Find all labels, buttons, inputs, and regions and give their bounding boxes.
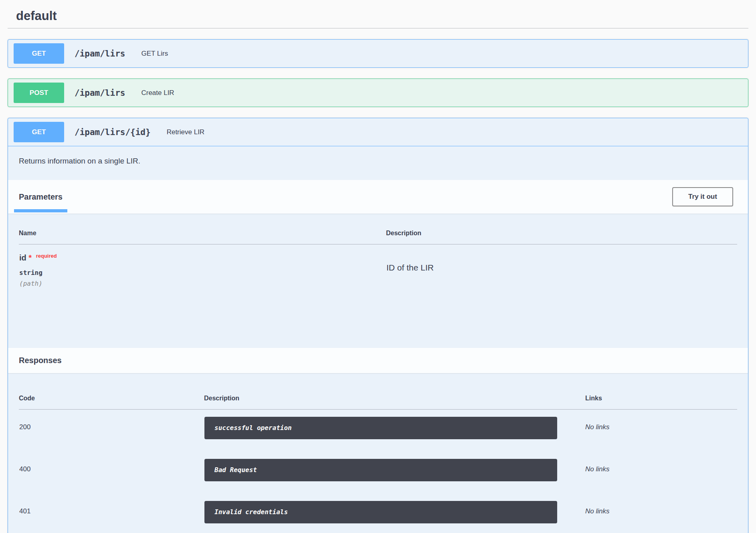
opblock-post-lirs: POST /ipam/lirs Create LIR bbox=[8, 79, 748, 107]
parameter-name-cell: id * required string (path) bbox=[19, 244, 386, 288]
opblock-summary-get-lir-by-id[interactable]: GET /ipam/lirs/{id} Retrieve LIR bbox=[8, 118, 748, 146]
response-description-cell: Bad Request bbox=[204, 452, 558, 494]
method-badge-get: GET bbox=[14, 122, 64, 142]
response-links: No links bbox=[558, 410, 737, 452]
parameter-row-id: id * required string (path) ID of the LI… bbox=[19, 244, 737, 288]
operation-path: /ipam/lirs bbox=[75, 88, 125, 98]
method-badge-get: GET bbox=[14, 43, 64, 64]
responses-links-header: Links bbox=[558, 389, 737, 410]
parameters-tab-label: Parameters bbox=[19, 192, 63, 202]
swagger-tag-section: default GET /ipam/lirs GET Lirs POST /ip… bbox=[0, 0, 756, 533]
tag-divider bbox=[8, 28, 748, 28]
operation-path: /ipam/lirs bbox=[75, 49, 125, 59]
response-row-400: 400 Bad Request No links bbox=[19, 452, 737, 494]
operation-description: Returns information on a single LIR. bbox=[8, 146, 748, 180]
response-description-cell: Invalid credentials bbox=[204, 494, 558, 533]
parameters-description-header: Description bbox=[386, 224, 737, 244]
parameter-name: id * required bbox=[19, 253, 386, 262]
parameter-description: ID of the LIR bbox=[386, 253, 737, 273]
response-code: 400 bbox=[19, 452, 204, 494]
responses-table-header-row: Code Description Links bbox=[19, 389, 737, 410]
response-description-panel: successful operation bbox=[204, 417, 557, 439]
response-description-cell: successful operation bbox=[204, 410, 558, 452]
required-asterisk: * bbox=[28, 253, 32, 262]
parameter-description-cell: ID of the LIR bbox=[386, 244, 737, 288]
opblock-get-lir-by-id: GET /ipam/lirs/{id} Retrieve LIR Returns… bbox=[8, 118, 748, 533]
responses-title: Responses bbox=[19, 356, 737, 365]
parameters-table: Name Description id * required bbox=[19, 224, 737, 288]
tab-parameters[interactable]: Parameters bbox=[14, 180, 67, 214]
required-label: required bbox=[36, 253, 57, 259]
tag-title: default bbox=[8, 0, 748, 28]
parameters-section-header: Parameters Try it out bbox=[8, 180, 748, 214]
parameters-name-header: Name bbox=[19, 224, 386, 244]
operation-path: /ipam/lirs/{id} bbox=[75, 127, 151, 137]
response-description-panel: Bad Request bbox=[204, 459, 557, 481]
responses-table: Code Description Links 200 successful op… bbox=[19, 389, 737, 533]
response-code: 401 bbox=[19, 494, 204, 533]
parameters-table-header-row: Name Description bbox=[19, 224, 737, 244]
try-it-out-button[interactable]: Try it out bbox=[672, 187, 733, 206]
responses-description-header: Description bbox=[204, 389, 558, 410]
operation-summary: GET Lirs bbox=[141, 50, 168, 58]
responses-table-container: Code Description Links 200 successful op… bbox=[8, 373, 748, 533]
parameter-location: (path) bbox=[19, 280, 386, 287]
response-row-200: 200 successful operation No links bbox=[19, 410, 737, 452]
opblock-body: Returns information on a single LIR. Par… bbox=[8, 146, 748, 533]
opblock-get-lirs: GET /ipam/lirs GET Lirs bbox=[8, 39, 748, 68]
opblock-summary-get-lirs[interactable]: GET /ipam/lirs GET Lirs bbox=[8, 40, 748, 67]
operation-summary: Create LIR bbox=[141, 89, 174, 97]
response-links: No links bbox=[558, 494, 737, 533]
parameter-type: string bbox=[19, 269, 386, 277]
response-links: No links bbox=[558, 452, 737, 494]
operation-summary: Retrieve LIR bbox=[167, 128, 204, 136]
method-badge-post: POST bbox=[14, 83, 64, 103]
response-description-panel: Invalid credentials bbox=[204, 501, 557, 523]
responses-section-header: Responses bbox=[8, 348, 748, 373]
parameters-table-container: Name Description id * required bbox=[8, 214, 748, 348]
opblock-summary-post-lirs[interactable]: POST /ipam/lirs Create LIR bbox=[8, 79, 748, 107]
response-row-401: 401 Invalid credentials No links bbox=[19, 494, 737, 533]
response-code: 200 bbox=[19, 410, 204, 452]
responses-code-header: Code bbox=[19, 389, 204, 410]
parameter-name-text: id bbox=[19, 253, 26, 262]
